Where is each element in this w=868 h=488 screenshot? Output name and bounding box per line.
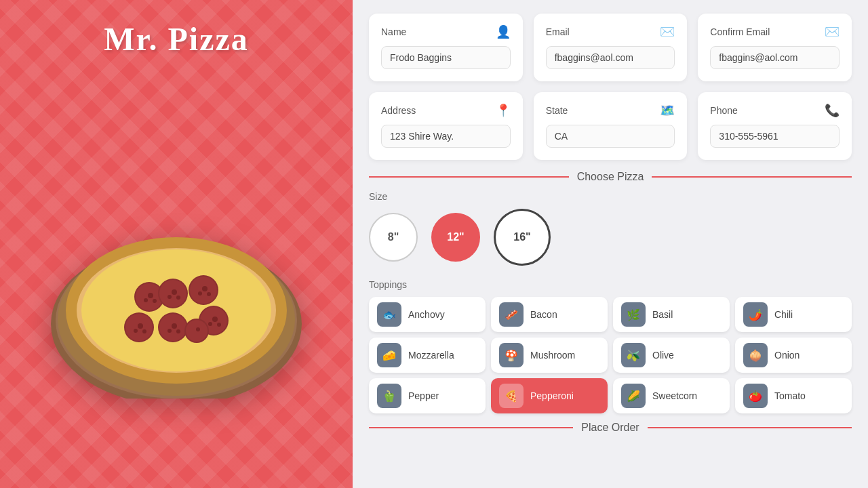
pepper-icon: 🫑 xyxy=(377,384,401,408)
size-8-button[interactable]: 8" xyxy=(369,213,418,262)
phone-card: Phone 📞 xyxy=(698,92,852,160)
phone-icon: 📞 xyxy=(825,103,840,118)
topping-pepper[interactable]: 🫑 Pepper xyxy=(369,378,486,413)
tomato-icon: 🍅 xyxy=(743,384,768,408)
olive-label: Olive xyxy=(652,350,674,361)
onion-icon: 🧅 xyxy=(743,343,768,367)
svg-point-38 xyxy=(167,295,172,299)
location-icon: 📍 xyxy=(496,103,511,118)
map-icon: 🗺️ xyxy=(660,103,675,118)
divider-line-right xyxy=(652,176,852,178)
phone-card-header: Phone 📞 xyxy=(710,103,840,118)
person-icon: 👤 xyxy=(496,24,511,39)
place-order-title: Place Order xyxy=(581,422,639,434)
confirm-email-card-header: Confirm Email ✉️ xyxy=(710,24,840,39)
size-label: Size xyxy=(369,191,852,202)
pizza-illustration xyxy=(41,127,312,401)
phone-input[interactable] xyxy=(710,125,840,148)
form-row-1: Name 👤 Email ✉️ Confirm Email ✉️ xyxy=(369,14,852,81)
place-order-section: Place Order xyxy=(369,422,852,434)
topping-mozzarella[interactable]: 🧀 Mozzarella xyxy=(369,338,486,373)
mushroom-icon: 🍄 xyxy=(499,343,524,367)
mozzarella-icon: 🧀 xyxy=(377,343,401,367)
svg-point-17 xyxy=(202,286,208,291)
address-input[interactable] xyxy=(381,125,511,148)
topping-basil[interactable]: 🌿 Basil xyxy=(613,297,730,332)
toppings-grid: 🐟 Anchovy 🥓 Bacon 🌿 Basil 🌶️ Chili 🧀 Mo xyxy=(369,297,852,413)
sweetcorn-label: Sweetcorn xyxy=(652,390,697,401)
email-label: Email xyxy=(546,26,570,37)
svg-point-18 xyxy=(198,291,202,296)
svg-point-33 xyxy=(208,322,212,326)
email-icon: ✉️ xyxy=(660,24,675,39)
olive-icon: 🫒 xyxy=(621,343,646,367)
email-input[interactable] xyxy=(546,46,675,69)
size-12-button[interactable]: 12" xyxy=(431,213,480,262)
basil-label: Basil xyxy=(652,309,673,320)
svg-point-12 xyxy=(148,293,153,298)
svg-point-28 xyxy=(134,329,138,333)
phone-label: Phone xyxy=(710,105,737,116)
pepper-label: Pepper xyxy=(408,390,439,401)
place-order-divider: Place Order xyxy=(369,422,852,434)
pizza-section: Choose Pizza Size 8" 12" 16" Toppings 🐟 … xyxy=(369,171,852,434)
confirm-email-card: Confirm Email ✉️ xyxy=(698,14,852,81)
topping-anchovy[interactable]: 🐟 Anchovy xyxy=(369,297,486,332)
name-card-header: Name 👤 xyxy=(381,24,511,39)
email-card: Email ✉️ xyxy=(534,14,688,81)
svg-point-39 xyxy=(176,296,180,300)
topping-chili[interactable]: 🌶️ Chili xyxy=(735,297,852,332)
topping-tomato[interactable]: 🍅 Tomato xyxy=(735,378,852,413)
name-input[interactable] xyxy=(381,46,511,69)
svg-point-19 xyxy=(207,292,211,296)
size-options: 8" 12" 16" xyxy=(369,209,852,266)
state-label: State xyxy=(546,105,568,116)
confirm-email-icon: ✉️ xyxy=(825,24,840,39)
size-16-button[interactable]: 16" xyxy=(494,209,551,266)
confirm-email-input[interactable] xyxy=(710,46,840,69)
pizza-section-title: Choose Pizza xyxy=(577,171,644,183)
bacon-label: Bacon xyxy=(530,309,557,320)
svg-point-24 xyxy=(176,329,180,333)
chili-label: Chili xyxy=(774,309,793,320)
pizza-section-divider: Choose Pizza xyxy=(369,171,852,183)
place-order-line-left xyxy=(369,427,573,428)
email-card-header: Email ✉️ xyxy=(546,24,675,39)
topping-sweetcorn[interactable]: 🌽 Sweetcorn xyxy=(613,378,730,413)
topping-mushroom[interactable]: 🍄 Mushroom xyxy=(491,338,608,373)
topping-bacon[interactable]: 🥓 Bacon xyxy=(491,297,608,332)
svg-point-34 xyxy=(217,323,221,327)
mozzarella-label: Mozzarella xyxy=(408,350,454,361)
state-card-header: State 🗺️ xyxy=(546,103,675,118)
confirm-email-label: Confirm Email xyxy=(710,26,770,37)
svg-point-9 xyxy=(81,249,271,371)
state-card: State 🗺️ xyxy=(534,92,688,160)
basil-icon: 🌿 xyxy=(621,302,646,327)
bacon-icon: 🥓 xyxy=(499,302,524,327)
svg-point-27 xyxy=(138,323,143,329)
name-card: Name 👤 xyxy=(369,14,523,81)
sweetcorn-icon: 🌽 xyxy=(621,384,646,408)
topping-pepperoni[interactable]: 🍕 Pepperoni xyxy=(491,378,608,413)
right-panel: Name 👤 Email ✉️ Confirm Email ✉️ Address xyxy=(353,0,868,488)
svg-point-13 xyxy=(144,298,148,302)
topping-olive[interactable]: 🫒 Olive xyxy=(613,338,730,373)
left-panel: Mr. Pizza xyxy=(0,0,353,488)
toppings-label: Toppings xyxy=(369,279,852,290)
svg-point-37 xyxy=(172,289,177,295)
chili-icon: 🌶️ xyxy=(743,302,768,327)
app-title: Mr. Pizza xyxy=(0,20,353,58)
form-row-2: Address 📍 State 🗺️ Phone 📞 xyxy=(369,92,852,160)
address-card: Address 📍 xyxy=(369,92,523,160)
svg-point-42 xyxy=(196,327,200,331)
topping-onion[interactable]: 🧅 Onion xyxy=(735,338,852,373)
place-order-line-right xyxy=(648,427,852,428)
anchovy-label: Anchovy xyxy=(408,309,445,320)
address-card-header: Address 📍 xyxy=(381,103,511,118)
svg-point-22 xyxy=(172,323,177,329)
state-input[interactable] xyxy=(546,125,675,148)
mushroom-label: Mushroom xyxy=(530,350,575,361)
onion-label: Onion xyxy=(774,350,800,361)
svg-point-14 xyxy=(153,299,157,303)
pepperoni-label: Pepperoni xyxy=(530,390,574,401)
